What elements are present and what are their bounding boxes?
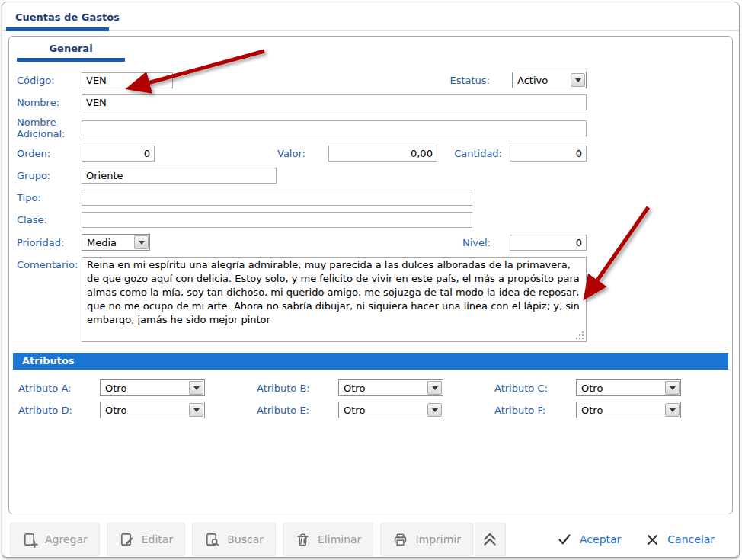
aceptar-label: Aceptar xyxy=(580,533,621,546)
eliminar-label: Eliminar xyxy=(318,533,361,546)
nombre-adicional-label: Nombre Adicional: xyxy=(17,117,82,139)
atributo-d-label: Atributo D: xyxy=(18,405,100,416)
clase-input[interactable] xyxy=(82,212,472,228)
nombre-label: Nombre: xyxy=(17,97,82,108)
comentario-textarea[interactable]: Reina en mi espíritu una alegría admirab… xyxy=(82,257,587,342)
comentario-wrap: Reina en mi espíritu una alegría admirab… xyxy=(82,257,587,342)
chevron-down-icon xyxy=(139,241,145,248)
chevron-down-icon xyxy=(193,386,200,393)
atributo-d-select[interactable]: Otro xyxy=(100,402,205,418)
title-underline xyxy=(2,27,739,32)
nivel-label: Nivel: xyxy=(462,237,491,248)
cantidad-input[interactable] xyxy=(510,146,587,162)
chevron-down-icon xyxy=(575,78,581,85)
valor-input[interactable] xyxy=(328,146,437,162)
atributo-d-dropdown-button[interactable] xyxy=(189,403,203,417)
tipo-input[interactable] xyxy=(82,190,472,206)
estatus-label: Estatus: xyxy=(449,75,490,86)
cancelar-label: Cancelar xyxy=(667,533,715,546)
title-underline-gray xyxy=(2,30,739,31)
atributo-f-select[interactable]: Otro xyxy=(576,402,681,418)
atributo-f-dropdown-button[interactable] xyxy=(665,403,680,417)
nivel-input[interactable] xyxy=(510,235,587,251)
grupo-input[interactable] xyxy=(82,168,277,184)
row-nombre-adicional: Nombre Adicional: xyxy=(17,117,587,139)
row-comentario: Comentario: Reina en mi espíritu una ale… xyxy=(17,257,587,342)
atributo-c-dropdown-button[interactable] xyxy=(665,381,680,395)
cuentas-de-gastos-window: Cuentas de Gastos General Código: Estatu… xyxy=(2,2,740,558)
row-tipo: Tipo: xyxy=(17,190,587,206)
atributo-e-label: Atributo E: xyxy=(257,405,338,416)
buscar-label: Buscar xyxy=(227,533,264,546)
orden-input[interactable] xyxy=(82,146,155,162)
search-document-icon xyxy=(204,532,220,548)
grupo-label: Grupo: xyxy=(17,170,82,181)
atributo-e-dropdown-button[interactable] xyxy=(427,403,442,417)
row-nombre: Nombre: xyxy=(17,94,587,110)
orden-label: Orden: xyxy=(17,148,82,159)
row-orden-valor-cantidad: Orden: Valor: Cantidad: xyxy=(17,146,587,162)
check-icon xyxy=(557,532,572,547)
bottom-toolbar: Agregar Editar Buscar Elim xyxy=(10,522,733,557)
row-prioridad-nivel: Prioridad: Media Nivel: xyxy=(17,234,587,251)
nombre-input[interactable] xyxy=(82,94,587,110)
cantidad-group: Cantidad: xyxy=(454,146,587,162)
editar-label: Editar xyxy=(142,533,173,546)
agregar-button[interactable]: Agregar xyxy=(10,523,100,556)
buscar-button[interactable]: Buscar xyxy=(192,523,276,556)
codigo-input[interactable] xyxy=(82,72,173,88)
x-icon xyxy=(645,533,660,547)
window-titlebar: Cuentas de Gastos xyxy=(2,2,739,32)
imprimir-button[interactable]: Imprimir xyxy=(380,523,473,556)
prioridad-select[interactable]: Media xyxy=(82,234,150,251)
cancelar-button[interactable]: Cancelar xyxy=(645,533,715,547)
atributo-e-select[interactable]: Otro xyxy=(338,402,443,418)
general-form: Código: Estatus: Activo Nombre: Nombre A… xyxy=(17,72,587,342)
double-chevron-up-icon xyxy=(481,530,499,549)
codigo-label: Código: xyxy=(17,75,82,86)
nombre-adicional-input[interactable] xyxy=(82,120,587,136)
atributo-c-selected-value: Otro xyxy=(577,380,664,395)
add-document-icon xyxy=(22,532,38,548)
estatus-dropdown-button[interactable] xyxy=(571,73,585,87)
chevron-down-icon xyxy=(670,386,676,393)
chevron-down-icon xyxy=(432,408,438,415)
tab-general[interactable]: General xyxy=(17,43,125,62)
estatus-selected-value: Activo xyxy=(513,72,570,88)
row-codigo-estatus: Código: Estatus: Activo xyxy=(17,72,587,88)
atributo-b-dropdown-button[interactable] xyxy=(427,381,442,395)
atributo-b-select[interactable]: Otro xyxy=(338,379,443,396)
prioridad-dropdown-button[interactable] xyxy=(134,235,149,249)
atributo-a-dropdown-button[interactable] xyxy=(189,381,203,395)
atributo-c-select[interactable]: Otro xyxy=(576,379,681,396)
atributo-b-selected-value: Otro xyxy=(339,380,427,395)
page-title: Cuentas de Gastos xyxy=(2,11,739,23)
row-clase: Clase: xyxy=(17,212,587,228)
nivel-group: Nivel: xyxy=(462,235,587,251)
estatus-select[interactable]: Activo xyxy=(512,72,587,88)
resize-grip[interactable] xyxy=(576,331,584,340)
atributo-f-label: Atributo F: xyxy=(494,405,576,416)
chevron-down-icon xyxy=(432,386,438,393)
eliminar-button[interactable]: Eliminar xyxy=(283,523,373,556)
atributo-a-select[interactable]: Otro xyxy=(100,379,205,396)
atributo-d-selected-value: Otro xyxy=(101,402,188,418)
title-underline-blue xyxy=(6,27,109,31)
row-grupo: Grupo: xyxy=(17,168,587,184)
chevron-down-icon xyxy=(193,408,200,415)
atributos-section-header: Atributos xyxy=(13,353,728,370)
atributo-e-selected-value: Otro xyxy=(339,402,427,418)
imprimir-label: Imprimir xyxy=(415,533,461,546)
chevron-down-icon xyxy=(670,408,676,415)
general-panel: General Código: Estatus: Activo Nombre: xyxy=(8,36,733,514)
printer-icon xyxy=(392,532,408,548)
trash-icon xyxy=(295,532,311,548)
cantidad-label: Cantidad: xyxy=(454,148,502,159)
editar-button[interactable]: Editar xyxy=(107,523,185,556)
atributo-c-label: Atributo C: xyxy=(494,382,576,394)
collapse-toolbar-button[interactable] xyxy=(475,523,506,556)
atributo-a-selected-value: Otro xyxy=(101,380,188,395)
atributo-f-selected-value: Otro xyxy=(577,402,664,418)
aceptar-button[interactable]: Aceptar xyxy=(557,532,621,547)
atributo-a-label: Atributo A: xyxy=(18,382,100,394)
